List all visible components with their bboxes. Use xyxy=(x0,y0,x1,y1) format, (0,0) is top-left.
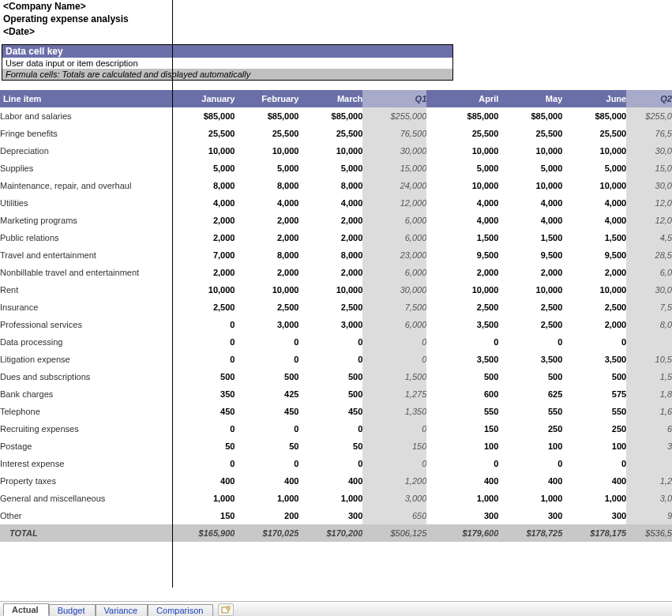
cell[interactable]: 0 xyxy=(562,455,626,472)
cell[interactable]: 0 xyxy=(298,455,362,472)
cell[interactable]: 0 xyxy=(298,333,362,351)
cell[interactable]: 9,500 xyxy=(498,246,562,264)
cell[interactable]: 0 xyxy=(235,455,298,472)
cell[interactable]: 0 xyxy=(171,351,235,368)
cell[interactable]: 4,000 xyxy=(434,212,498,229)
cell[interactable]: 1,000 xyxy=(562,490,626,507)
cell[interactable]: 100 xyxy=(498,438,562,455)
cell[interactable]: 50 xyxy=(171,438,235,455)
cell[interactable]: 2,000 xyxy=(498,264,562,281)
cell[interactable]: 150 xyxy=(434,420,498,438)
cell[interactable]: 500 xyxy=(562,368,626,385)
cell[interactable]: 3,500 xyxy=(498,351,562,368)
cell[interactable]: 0 xyxy=(171,420,235,438)
cell[interactable]: 0 xyxy=(235,333,298,351)
cell[interactable]: 8,000 xyxy=(298,177,362,194)
cell[interactable]: 5,000 xyxy=(171,160,235,177)
table-row[interactable]: General and miscellaneous1,0001,0001,000… xyxy=(0,490,672,507)
cell[interactable]: 10,000 xyxy=(235,281,298,299)
cell[interactable]: 300 xyxy=(498,507,562,524)
cell[interactable]: 2,000 xyxy=(171,264,235,281)
cell[interactable]: 250 xyxy=(498,420,562,438)
tab-variance[interactable]: Variance xyxy=(96,604,148,616)
cell[interactable]: 1,000 xyxy=(235,490,298,507)
cell[interactable]: 2,500 xyxy=(562,299,626,316)
cell[interactable]: 2,000 xyxy=(171,229,235,246)
table-row[interactable]: Fringe benefits25,50025,50025,50076,5002… xyxy=(0,125,672,142)
cell[interactable]: 10,000 xyxy=(171,142,235,160)
cell[interactable]: 400 xyxy=(298,472,362,490)
cell[interactable]: 0 xyxy=(171,333,235,351)
cell[interactable]: 1,000 xyxy=(171,490,235,507)
expense-table[interactable]: Line item January February March Q1 Apri… xyxy=(0,90,672,542)
cell[interactable]: 550 xyxy=(498,403,562,420)
cell[interactable]: 2,500 xyxy=(498,316,562,333)
cell[interactable]: 2,500 xyxy=(235,299,298,316)
cell[interactable]: 0 xyxy=(434,455,498,472)
cell[interactable]: 2,500 xyxy=(171,299,235,316)
cell[interactable]: 250 xyxy=(562,420,626,438)
cell[interactable]: 400 xyxy=(434,472,498,490)
cell[interactable]: $85,000 xyxy=(562,107,626,125)
cell[interactable]: 1,000 xyxy=(298,490,362,507)
cell[interactable]: 600 xyxy=(434,385,498,403)
cell[interactable]: 2,000 xyxy=(298,264,362,281)
table-row[interactable]: Nonbillable travel and entertainment2,00… xyxy=(0,264,672,281)
cell[interactable]: 0 xyxy=(171,316,235,333)
cell[interactable]: 10,000 xyxy=(171,281,235,299)
tab-actual[interactable]: Actual xyxy=(3,603,49,616)
cell[interactable]: 50 xyxy=(235,438,298,455)
tab-budget[interactable]: Budget xyxy=(49,604,96,616)
cell[interactable]: 100 xyxy=(562,438,626,455)
cell[interactable]: 300 xyxy=(434,507,498,524)
cell[interactable]: 100 xyxy=(434,438,498,455)
cell[interactable]: 450 xyxy=(235,403,298,420)
cell[interactable]: 2,500 xyxy=(434,299,498,316)
cell[interactable]: 25,500 xyxy=(434,125,498,142)
cell[interactable]: 350 xyxy=(171,385,235,403)
cell[interactable]: 500 xyxy=(434,368,498,385)
cell[interactable]: 25,500 xyxy=(298,125,362,142)
cell[interactable]: 3,000 xyxy=(298,316,362,333)
cell[interactable]: 9,500 xyxy=(434,246,498,264)
cell[interactable]: 10,000 xyxy=(298,142,362,160)
cell[interactable]: 2,500 xyxy=(298,299,362,316)
cell[interactable]: 5,000 xyxy=(562,160,626,177)
cell[interactable]: 10,000 xyxy=(498,177,562,194)
table-row[interactable]: Telephone4504504501,3505505505501,6 xyxy=(0,403,672,420)
cell[interactable]: 10,000 xyxy=(235,142,298,160)
cell[interactable]: 4,000 xyxy=(298,194,362,212)
cell[interactable]: $85,000 xyxy=(171,107,235,125)
cell[interactable]: 2,000 xyxy=(235,264,298,281)
cell[interactable]: 425 xyxy=(235,385,298,403)
cell[interactable]: 2,500 xyxy=(498,299,562,316)
cell[interactable]: 10,000 xyxy=(434,142,498,160)
cell[interactable]: 4,000 xyxy=(235,194,298,212)
cell[interactable]: 5,000 xyxy=(498,160,562,177)
cell[interactable]: 3,500 xyxy=(434,316,498,333)
cell[interactable]: 10,000 xyxy=(498,142,562,160)
cell[interactable]: 4,000 xyxy=(498,212,562,229)
cell[interactable]: 4,000 xyxy=(434,194,498,212)
cell[interactable]: 550 xyxy=(562,403,626,420)
cell[interactable]: $85,000 xyxy=(498,107,562,125)
cell[interactable]: 25,500 xyxy=(498,125,562,142)
cell[interactable]: 8,000 xyxy=(235,177,298,194)
cell[interactable]: 2,000 xyxy=(434,264,498,281)
cell[interactable]: 10,000 xyxy=(562,177,626,194)
cell[interactable]: 625 xyxy=(498,385,562,403)
cell[interactable]: $85,000 xyxy=(235,107,298,125)
cell[interactable]: 4,000 xyxy=(562,194,626,212)
cell[interactable]: 0 xyxy=(171,455,235,472)
cell[interactable]: 0 xyxy=(498,333,562,351)
table-row[interactable]: Insurance2,5002,5002,5007,5002,5002,5002… xyxy=(0,299,672,316)
cell[interactable]: 1,000 xyxy=(434,490,498,507)
cell[interactable]: 0 xyxy=(498,455,562,472)
cell[interactable]: 5,000 xyxy=(434,160,498,177)
cell[interactable]: 200 xyxy=(235,507,298,524)
tab-comparison[interactable]: Comparison xyxy=(148,604,213,616)
cell[interactable]: 0 xyxy=(298,420,362,438)
table-row[interactable]: Travel and entertainment7,0008,0008,0002… xyxy=(0,246,672,264)
new-sheet-button[interactable] xyxy=(218,603,234,616)
cell[interactable]: $85,000 xyxy=(434,107,498,125)
